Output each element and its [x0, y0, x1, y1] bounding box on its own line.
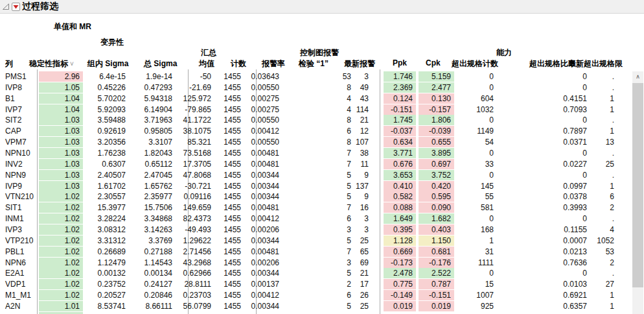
cell-oos-count: 168 [481, 225, 494, 235]
cell-column-name: IVP9 [5, 182, 22, 191]
cell-cpk: 0.697 [419, 159, 454, 169]
cell-alarm-rate: 0.00344 [251, 236, 279, 246]
cell-column-name: INV2 [5, 160, 23, 169]
cell-cpk: -0.151 [419, 290, 454, 300]
cell-stability-index: 2.96 [39, 71, 83, 82]
cell-oos-rate: 0.7636 [563, 258, 587, 268]
cell-ppk: 2.369 [384, 82, 416, 93]
cell-oos-count: 1111 [478, 258, 494, 268]
cell-count: 1455 [224, 214, 241, 224]
table-row[interactable]: IVP71.045.920936.14904-79.86514550.00275… [0, 104, 632, 115]
cell-stability-index: 1.02 [39, 247, 83, 257]
table-row[interactable]: M1_M11.020.205270.208460.2370314550.0041… [0, 290, 632, 301]
table-row[interactable]: IVP81.050.452260.47293-21.6914550.005508… [0, 82, 632, 93]
cell-within-sigma: 3.28224 [98, 214, 126, 224]
process-screening-window: 过程筛选 单值和 MR 变异性 汇总 控制图报警 能力 列 稳定性指标˅ 组内 … [0, 0, 644, 314]
cell-cpk: 0.420 [419, 181, 454, 191]
cell-alarm-rate: 0.00550 [251, 83, 279, 93]
cell-stability-index: 1.02 [39, 268, 83, 278]
cell-latest-oos: 13 [606, 138, 614, 147]
table-row[interactable]: NPN91.032.405072.4704547.806814550.00344… [0, 170, 632, 181]
cell-within-sigma: 6.4e-15 [99, 72, 126, 82]
cell-test-1: 53 [343, 72, 351, 82]
cell-within-sigma: 0.6307 [102, 160, 126, 169]
cell-within-sigma: 0.45226 [98, 83, 126, 93]
cell-within-sigma: 3.31312 [98, 236, 126, 246]
cell-mean: 38.1075 [183, 127, 211, 136]
cell-count: 1455 [224, 72, 241, 82]
cell-ppk: 3.653 [384, 170, 416, 180]
cell-mean: 125.972 [183, 94, 211, 104]
cell-alarm-rate: 0.00137 [251, 280, 279, 289]
table-row[interactable]: PBL11.020.266890.271882.7145614550.00481… [0, 247, 632, 258]
cell-oos-count: 145 [481, 182, 494, 191]
cell-mean: 28.8111 [184, 280, 211, 289]
cell-mean: 17.3705 [183, 160, 211, 169]
cell-latest-oos: . [612, 214, 614, 224]
cell-within-sigma: 15.3977 [98, 203, 126, 213]
cell-latest-oos: 1 [610, 182, 614, 191]
cell-stability-index: 1.02 [39, 290, 83, 300]
table-row[interactable]: SIT11.0215.397715.7506149.65914550.00481… [0, 202, 632, 213]
cell-stability-index: 1.04 [39, 93, 83, 104]
table-row[interactable]: IVP91.031.617021.65762-30.72114550.00344… [0, 181, 632, 192]
cell-oos-rate: 0.6921 [563, 291, 587, 300]
cell-total-sigma: 3.3769 [148, 236, 172, 246]
table-row[interactable]: VDP11.020.237520.2412728.811114550.00137… [0, 279, 632, 290]
cell-mean: 47.8068 [183, 171, 211, 180]
cell-latest-alarm: 3 [364, 214, 369, 224]
cell-ppk: -0.151 [384, 104, 416, 115]
cell-within-sigma: 2.30557 [98, 192, 126, 202]
cell-mean: 149.659 [183, 203, 211, 213]
cell-test-1: 3 [347, 225, 351, 235]
cell-latest-oos: 1052 [597, 236, 614, 246]
cell-ppk: -0.149 [384, 290, 416, 300]
cell-latest-alarm: 21 [360, 269, 369, 278]
table-row[interactable]: PMS12.966.4e-151.9e-14-5014550.036435331… [0, 71, 632, 82]
cell-stability-index: 1.02 [39, 191, 83, 202]
table-row[interactable]: INV21.030.63070.6511217.370514550.004817… [0, 159, 632, 170]
cell-stability-index: 1.03 [39, 126, 83, 136]
cell-ppk: 1.128 [384, 235, 416, 246]
cell-latest-oos: . [612, 83, 614, 93]
cell-cpk: 0.130 [419, 93, 454, 104]
cell-ppk: 1.745 [384, 115, 416, 125]
scrollbar-thumb[interactable] [632, 83, 643, 287]
cell-latest-oos: 4 [610, 225, 614, 235]
table-row[interactable]: VTN2101.022.305572.359770.0911614550.003… [0, 191, 632, 202]
table-row[interactable]: NPN101.031.762381.8204373.516814550.0048… [0, 148, 632, 159]
table-row[interactable]: VPM71.033.203563.310785.32114550.0055081… [0, 137, 632, 148]
cell-column-name: VPM7 [5, 138, 27, 147]
table-row[interactable]: SIT21.033.594883.7196341.172214550.00550… [0, 115, 632, 126]
cell-test-1: 7 [347, 247, 351, 257]
cell-oos-count: 0 [489, 214, 494, 224]
cell-test-1: 5 [347, 192, 351, 202]
cell-test-1: 5 [347, 302, 351, 311]
table-row[interactable]: A2N1.018.537418.6611156.079914550.003445… [0, 301, 632, 312]
table-row[interactable]: CAP1.030.926190.9580538.107514550.004126… [0, 126, 632, 137]
cell-alarm-rate: 0.00550 [251, 115, 279, 125]
cell-cpk: 0.403 [419, 224, 454, 235]
cell-test-1: 7 [347, 149, 351, 158]
table-row[interactable]: B11.045.702025.94318125.97214550.0027544… [0, 93, 632, 104]
scrollbar-up-arrow-icon[interactable]: ∧ [632, 71, 643, 82]
table-row[interactable]: E2A11.020.001320.001340.6296614550.00344… [0, 268, 632, 279]
vertical-scrollbar[interactable]: ∧ [632, 71, 643, 314]
cell-oos-rate: 0.0103 [563, 280, 587, 289]
cell-stability-index: 1.02 [39, 202, 83, 213]
cell-latest-oos: 1 [610, 302, 614, 311]
cell-oos-count: 925 [481, 302, 494, 311]
cell-column-name: VDP1 [5, 280, 25, 289]
cell-alarm-rate: 0.00206 [251, 258, 279, 268]
cell-count: 1455 [224, 258, 241, 268]
cell-column-name: INM1 [5, 214, 24, 224]
cell-test-1: 6 [347, 291, 351, 300]
cell-cpk: 3.895 [419, 148, 454, 158]
cell-oos-count: 1 [489, 236, 494, 246]
table-row[interactable]: IVP31.023.083123.14263-49.49314550.00206… [0, 224, 632, 235]
table-row[interactable]: INM11.023.282243.3486882.437314550.00412… [0, 213, 632, 224]
table-row[interactable]: VTP2101.023.313123.37691.2962214550.0034… [0, 235, 632, 247]
table-row[interactable]: NPN61.021.124791.1454343.296814550.00206… [0, 258, 632, 269]
cell-test-1: 4 [347, 94, 351, 104]
cell-oos-count: 33 [485, 160, 494, 169]
